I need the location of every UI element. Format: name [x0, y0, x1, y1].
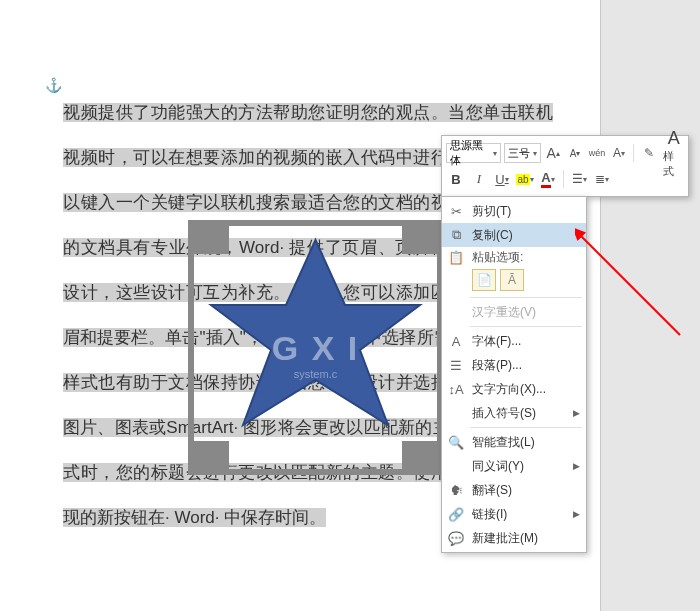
chevron-right-icon: ▶: [573, 408, 580, 418]
translate-icon: 🗣: [446, 481, 466, 499]
bullets-button[interactable]: ☰▾: [569, 169, 589, 189]
format-painter-button[interactable]: ✎: [639, 143, 658, 163]
paste-options-row: 📄 Ā: [442, 267, 586, 295]
menu-font[interactable]: A 字体(F)...: [442, 329, 586, 353]
shrink-font-button[interactable]: A▾: [566, 143, 585, 163]
paste-option-text-only[interactable]: Ā: [500, 269, 524, 291]
paragraph-icon: ☰: [446, 356, 466, 374]
chevron-right-icon: ▶: [573, 461, 580, 471]
menu-copy[interactable]: ⧉ 复制(C): [442, 223, 586, 247]
text-direction-icon: ↕A: [446, 380, 466, 398]
menu-cut[interactable]: ✂ 剪切(T): [442, 199, 586, 223]
menu-paste-header: 📋 粘贴选项:: [442, 247, 586, 267]
grow-font-button[interactable]: A▴: [544, 143, 563, 163]
chevron-right-icon: ▶: [573, 509, 580, 519]
menu-paragraph[interactable]: ☰ 段落(P)...: [442, 353, 586, 377]
paste-option-keep-source[interactable]: 📄: [472, 269, 496, 291]
font-name-select[interactable]: 思源黑体▾: [446, 143, 501, 163]
watermark-text: G X I: [272, 328, 359, 367]
menu-translate[interactable]: 🗣 翻译(S): [442, 478, 586, 502]
selected-shape[interactable]: G X I system.c: [188, 220, 443, 475]
menu-thesaurus[interactable]: 同义词(Y) ▶: [442, 454, 586, 478]
phonetic-guide-button[interactable]: wén: [588, 143, 607, 163]
numbering-button[interactable]: ≣▾: [592, 169, 612, 189]
copy-icon: ⧉: [446, 226, 466, 244]
context-menu: ✂ 剪切(T) ⧉ 复制(C) 📋 粘贴选项: 📄 Ā 汉字重选(V) A 字体…: [441, 196, 587, 553]
underline-button[interactable]: U▾: [492, 169, 512, 189]
menu-insert-symbol[interactable]: 插入符号(S) ▶: [442, 401, 586, 425]
scissors-icon: ✂: [446, 202, 466, 220]
menu-new-comment[interactable]: 💬 新建批注(M): [442, 526, 586, 550]
app-right-panel: [600, 0, 700, 611]
font-size-select[interactable]: 三号▾: [504, 143, 540, 163]
bold-button[interactable]: B: [446, 169, 466, 189]
menu-link[interactable]: 🔗 链接(I) ▶: [442, 502, 586, 526]
mini-toolbar: 思源黑体▾ 三号▾ A▴ A▾ wén A▾ ✎ A样式 B I U▾ ab▾ …: [441, 135, 689, 197]
search-icon: 🔍: [446, 433, 466, 451]
clipboard-icon: 📋: [446, 248, 466, 266]
anchor-icon: ⚓: [45, 77, 62, 93]
font-a-icon: A: [446, 332, 466, 350]
styles-button[interactable]: A样式: [663, 128, 684, 179]
menu-text-direction[interactable]: ↕A 文字方向(X)...: [442, 377, 586, 401]
comment-icon: 💬: [446, 529, 466, 547]
italic-button[interactable]: I: [469, 169, 489, 189]
change-case-button[interactable]: A▾: [609, 143, 628, 163]
menu-hanzi-reselect: 汉字重选(V): [442, 300, 586, 324]
highlight-button[interactable]: ab▾: [515, 169, 535, 189]
link-icon: 🔗: [446, 505, 466, 523]
watermark-subtext: system.c: [294, 368, 337, 380]
menu-smart-lookup[interactable]: 🔍 智能查找(L): [442, 430, 586, 454]
font-color-button[interactable]: A▾: [538, 169, 558, 189]
